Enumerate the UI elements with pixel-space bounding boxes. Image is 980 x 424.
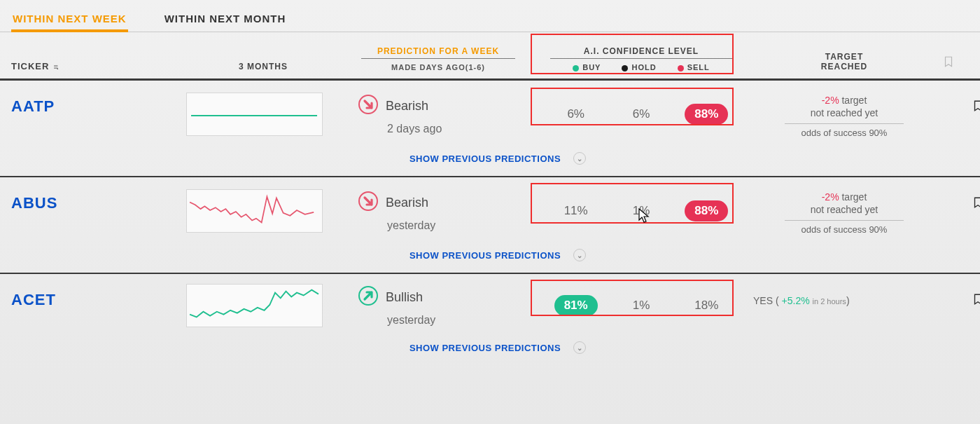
table-row: ACET Bullish yesterday 81% 1% 18% YES ( … [0, 274, 980, 365]
bookmark-button[interactable] [942, 187, 980, 213]
header-confidence-label: A.I. CONFIDENCE LEVEL [550, 46, 732, 59]
buy-pill: 81% [554, 295, 598, 316]
confidence-legend: BUY HOLD SELL [573, 63, 710, 71]
arrow-up-right-icon [358, 285, 379, 310]
prediction-cell: Bullish yesterday [347, 285, 529, 327]
bookmark-icon [972, 97, 980, 114]
table-row: ABUS Bearish yesterday 11% 1% 88% -2% ta… [0, 177, 980, 274]
ticker-symbol[interactable]: ABUS [11, 187, 179, 212]
prediction-when: yesterday [358, 219, 435, 232]
dot-buy-icon [573, 65, 579, 71]
bookmark-button[interactable] [942, 284, 980, 310]
confidence-buy: 11% [543, 204, 608, 218]
confidence-cell: 6% 6% 88% [536, 98, 746, 130]
table-row: AATP Bearish 2 days ago 6% 6% 88% -2% ta… [0, 81, 980, 177]
ticker-symbol[interactable]: ACET [11, 284, 179, 309]
header-confidence: A.I. CONFIDENCE LEVEL BUY HOLD SELL [536, 46, 746, 71]
timeframe-tabs: WITHIN NEXT WEEK WITHIN NEXT MONTH [0, 0, 980, 32]
direction-label: Bearish [386, 99, 428, 114]
bookmark-icon [942, 54, 955, 69]
prediction-when: 2 days ago [358, 123, 442, 135]
header-target: TARGET REACHED [753, 52, 935, 71]
sparkline-3-months [186, 93, 323, 136]
confidence-buy: 81% [543, 295, 608, 316]
header-ticker[interactable]: TICKER ≡. [11, 61, 179, 71]
confidence-cell: 11% 1% 88% [536, 195, 746, 227]
tab-within-next-week[interactable]: WITHIN NEXT WEEK [11, 7, 128, 32]
arrow-down-right-icon [358, 94, 379, 118]
column-headers: TICKER ≡. 3 MONTHS PREDICTION FOR A WEEK… [0, 32, 980, 81]
target-cell: -2% target not reached yet odds of succe… [753, 187, 935, 235]
header-prediction: PREDICTION FOR A WEEK MADE DAYS AGO(1-6) [347, 46, 529, 71]
bookmark-icon [972, 291, 980, 308]
target-cell: YES ( +5.2% in 2 hours) [753, 284, 935, 306]
show-previous-predictions-link[interactable]: SHOW PREVIOUS PREDICTIONS ⌄ [11, 327, 980, 365]
bookmark-button[interactable] [942, 90, 980, 116]
target-note: not reached yet [811, 204, 878, 215]
direction-label: Bullish [386, 290, 423, 305]
ticker-symbol[interactable]: AATP [11, 90, 179, 116]
chevron-down-icon: ⌄ [573, 249, 586, 261]
confidence-sell: 88% [674, 200, 739, 221]
direction-label: Bearish [386, 196, 428, 210]
target-pct: +5.2% [782, 295, 810, 306]
sort-icon: ≡. [53, 62, 57, 71]
header-prediction-top: PREDICTION FOR A WEEK [361, 46, 515, 59]
header-3-months: 3 MONTHS [186, 62, 340, 71]
show-previous-predictions-link[interactable]: SHOW PREVIOUS PREDICTIONS ⌄ [11, 235, 980, 273]
chevron-down-icon: ⌄ [573, 341, 586, 354]
target-yes: YES [753, 295, 773, 306]
divider [785, 123, 904, 124]
confidence-sell: 88% [674, 104, 739, 125]
chevron-down-icon: ⌄ [573, 152, 586, 165]
dot-sell-icon [678, 65, 684, 71]
target-cell: -2% target not reached yet odds of succe… [753, 90, 935, 138]
prediction-cell: Bearish 2 days ago [347, 94, 529, 135]
tab-within-next-month[interactable]: WITHIN NEXT MONTH [163, 7, 288, 32]
legend-hold: HOLD [622, 63, 656, 71]
sell-pill: 88% [685, 200, 728, 221]
target-pct: -2% [822, 191, 839, 203]
legend-sell: SELL [678, 63, 710, 71]
target-pct: -2% [822, 95, 839, 106]
target-odds: odds of success 90% [802, 224, 888, 235]
header-ticker-label: TICKER [11, 61, 49, 71]
sell-pill: 88% [685, 104, 728, 125]
confidence-sell: 18% [674, 299, 739, 313]
confidence-buy: 6% [543, 107, 608, 121]
prediction-when: yesterday [358, 314, 435, 327]
confidence-hold: 1% [608, 204, 673, 218]
show-previous-predictions-link[interactable]: SHOW PREVIOUS PREDICTIONS ⌄ [11, 138, 980, 176]
sparkline-3-months [186, 284, 323, 327]
header-bookmark [942, 54, 980, 71]
confidence-hold: 1% [608, 299, 673, 313]
dot-hold-icon [622, 65, 628, 71]
bookmark-icon [972, 194, 980, 211]
prediction-cell: Bearish yesterday [347, 191, 529, 232]
divider [785, 220, 904, 221]
target-note: not reached yet [811, 107, 878, 118]
header-prediction-sub: MADE DAYS AGO(1-6) [391, 63, 485, 71]
sparkline-3-months [186, 189, 323, 233]
arrow-down-right-icon [358, 191, 379, 215]
legend-buy: BUY [573, 63, 601, 71]
target-odds: odds of success 90% [802, 128, 888, 138]
confidence-cell: 81% 1% 18% [536, 289, 746, 322]
confidence-hold: 6% [608, 107, 673, 121]
